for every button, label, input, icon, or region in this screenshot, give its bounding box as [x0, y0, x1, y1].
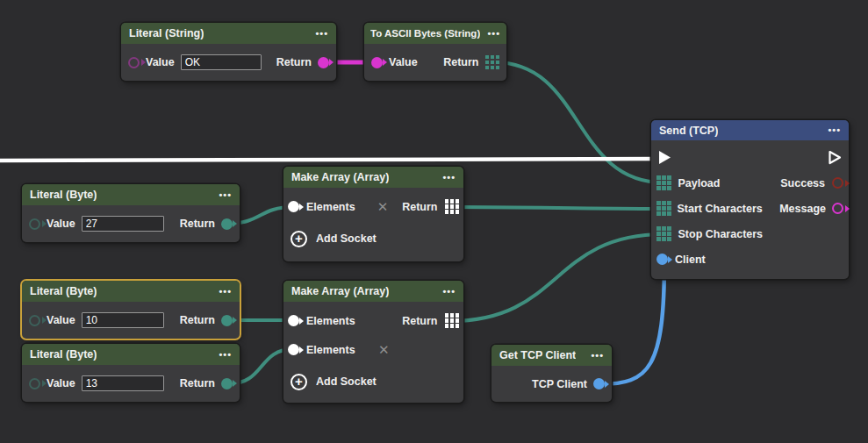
stop-characters-label: Stop Characters [678, 228, 764, 240]
node-header[interactable]: Literal (String) ••• [121, 23, 336, 44]
node-menu-icon[interactable]: ••• [219, 287, 232, 297]
node-to-ascii-bytes[interactable]: To ASCII Bytes (String) ••• Value Return [364, 23, 506, 81]
return-output-port[interactable] [318, 57, 329, 68]
tcp-client-output-port[interactable] [593, 378, 605, 389]
node-literal-byte-27[interactable]: Literal (Byte) ••• Value Return [22, 184, 240, 242]
node-header[interactable]: Literal (Byte) ••• [22, 281, 240, 302]
value-input-port[interactable] [29, 315, 40, 326]
node-header[interactable]: Literal (Byte) ••• [22, 344, 240, 365]
elements-label: Elements [306, 315, 371, 327]
node-title: Get TCP Client [499, 349, 576, 361]
value-label: Value [47, 377, 75, 389]
elements-input-port[interactable] [288, 315, 299, 326]
exec-input-port[interactable] [656, 149, 673, 166]
return-label: Return [402, 201, 437, 213]
remove-socket-icon[interactable]: ✕ [377, 200, 389, 213]
value-input-port[interactable] [29, 218, 40, 230]
node-menu-icon[interactable]: ••• [315, 29, 328, 39]
node-header[interactable]: Literal (Byte) ••• [22, 184, 240, 205]
node-title: Literal (Byte) [30, 189, 97, 201]
add-socket-icon[interactable]: + [291, 231, 307, 247]
payload-array-port-icon[interactable] [656, 175, 671, 190]
node-canvas[interactable]: Literal (String) ••• Value Return To ASC… [0, 0, 868, 443]
success-output-port[interactable] [832, 177, 843, 189]
client-label: Client [675, 254, 706, 266]
add-socket-icon[interactable]: + [291, 374, 307, 390]
success-label: Success [780, 177, 825, 189]
elements-label: Elements [306, 344, 371, 356]
node-literal-string[interactable]: Literal (String) ••• Value Return [121, 23, 336, 81]
node-menu-icon[interactable]: ••• [219, 190, 232, 200]
node-title: Send (TCP) [659, 125, 718, 137]
value-input[interactable] [82, 375, 164, 391]
value-input[interactable] [82, 216, 164, 232]
remove-socket-icon[interactable]: ✕ [378, 343, 390, 356]
value-label: Value [389, 56, 418, 68]
node-literal-byte-10[interactable]: Literal (Byte) ••• Value Return [22, 281, 240, 339]
node-header[interactable]: To ASCII Bytes (String) ••• [364, 23, 506, 44]
return-output-port[interactable] [221, 218, 233, 230]
return-label: Return [402, 315, 437, 327]
return-array-port-icon[interactable] [485, 55, 500, 70]
return-label: Return [180, 218, 215, 230]
wire-array-return-to-stop-characters[interactable] [450, 234, 664, 321]
value-input-port[interactable] [128, 57, 140, 68]
value-input-port[interactable] [29, 378, 40, 389]
value-input[interactable] [181, 54, 262, 70]
tcp-client-label: TCP Client [532, 378, 587, 390]
payload-label: Payload [678, 177, 721, 189]
return-array-port-icon[interactable] [445, 199, 460, 214]
node-menu-icon[interactable]: ••• [828, 125, 841, 135]
return-output-port[interactable] [221, 315, 233, 326]
node-make-array-2[interactable]: Make Array (Array) ••• Elements Return E… [283, 281, 463, 403]
value-input-port[interactable] [371, 57, 383, 68]
node-menu-icon[interactable]: ••• [591, 351, 604, 361]
exec-output-port[interactable] [827, 149, 843, 166]
client-input-port[interactable] [656, 254, 668, 265]
message-label: Message [779, 203, 826, 215]
node-menu-icon[interactable]: ••• [219, 350, 232, 360]
node-header[interactable]: Make Array (Array) ••• [283, 281, 463, 302]
return-array-port-icon[interactable] [445, 313, 460, 328]
node-header[interactable]: Get TCP Client ••• [491, 345, 612, 366]
return-label: Return [180, 377, 215, 389]
wire-exec[interactable] [0, 159, 658, 161]
node-title: To ASCII Bytes (String) [370, 28, 480, 39]
node-title: Make Array (Array) [291, 171, 389, 183]
node-title: Literal (Byte) [30, 285, 97, 297]
return-label: Return [443, 56, 478, 68]
value-input[interactable] [82, 312, 164, 328]
wire-ascii-return-to-payload[interactable] [494, 62, 664, 182]
node-get-tcp-client[interactable]: Get TCP Client ••• TCP Client [491, 345, 612, 402]
wire-array-return-to-start-characters[interactable] [450, 207, 664, 209]
node-title: Literal (String) [129, 27, 204, 39]
node-title: Literal (Byte) [30, 348, 97, 361]
message-output-port[interactable] [832, 203, 843, 214]
start-characters-label: Start Characters [678, 203, 763, 215]
elements-input-port[interactable] [288, 201, 299, 212]
stop-characters-array-port-icon[interactable] [656, 226, 671, 241]
node-header[interactable]: Make Array (Array) ••• [283, 167, 463, 188]
node-menu-icon[interactable]: ••• [442, 287, 456, 297]
node-header[interactable]: Send (TCP) ••• [651, 120, 849, 140]
node-menu-icon[interactable]: ••• [487, 29, 500, 39]
node-send-tcp[interactable]: Send (TCP) ••• Payload Success Start Cha… [651, 120, 849, 279]
return-label: Return [276, 56, 312, 68]
value-label: Value [146, 56, 175, 68]
add-socket-label: Add Socket [316, 375, 377, 388]
node-make-array-1[interactable]: Make Array (Array) ••• Elements ✕ Return… [283, 167, 463, 261]
return-output-port[interactable] [221, 378, 233, 389]
elements-input-port[interactable] [288, 344, 299, 355]
return-label: Return [180, 314, 215, 326]
node-title: Make Array (Array) [291, 285, 389, 297]
node-menu-icon[interactable]: ••• [442, 173, 456, 182]
start-characters-array-port-icon[interactable] [656, 201, 671, 216]
value-label: Value [47, 314, 75, 326]
elements-label: Elements [306, 201, 370, 213]
value-label: Value [47, 218, 75, 230]
node-literal-byte-13[interactable]: Literal (Byte) ••• Value Return [22, 344, 240, 402]
add-socket-label: Add Socket [316, 232, 377, 245]
